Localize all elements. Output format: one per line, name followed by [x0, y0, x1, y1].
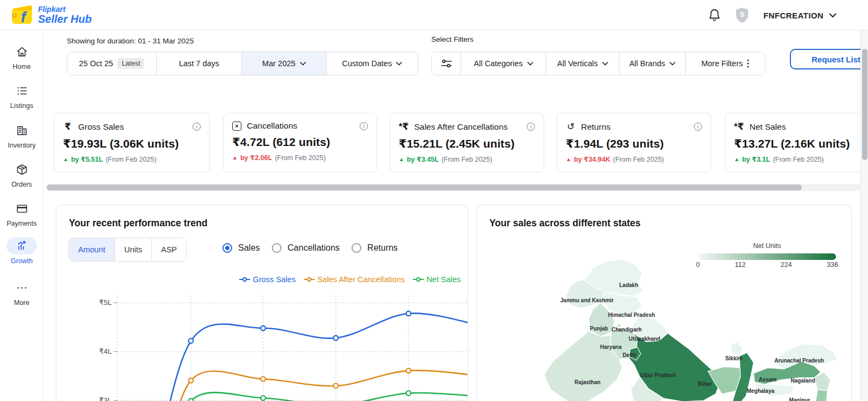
delta-period: (From Feb 2025)	[613, 156, 664, 163]
state-label: Haryana	[600, 344, 622, 350]
legend-net-sales[interactable]: Net Sales	[413, 275, 461, 284]
sidebar-item-home[interactable]: Home	[0, 46, 43, 71]
delta-amount: by ₹3.45L	[407, 155, 439, 163]
filter-all-verticals[interactable]: All Verticals	[546, 52, 620, 75]
date-option-month[interactable]: Mar 2025	[242, 52, 327, 75]
radio-cancellations[interactable]: Cancellations	[272, 243, 340, 253]
cancel-box-icon: ×	[232, 122, 241, 131]
card-value: ₹4.72L (612 units)	[232, 136, 368, 149]
brand-flipkart: Flipkart	[38, 5, 66, 14]
tab-units[interactable]: Units	[115, 238, 152, 261]
trend-panel-title: Your recent performance trend	[69, 218, 207, 229]
line-marker-icon	[239, 277, 250, 282]
delta-amount: by ₹34.94K	[574, 155, 610, 163]
info-icon[interactable]: i	[193, 123, 201, 131]
filter-all-brands[interactable]: All Brands	[620, 52, 686, 75]
sidebar-label-more: More	[0, 299, 43, 307]
state-label: Nagaland	[790, 378, 815, 384]
account-shield-badge[interactable]: S	[735, 7, 749, 23]
delta-up-triangle-icon: ▲	[566, 156, 571, 162]
trend-legend: Gross Sales Sales After Cancellations Ne…	[56, 275, 461, 284]
page-vertical-scrollbar-thumb[interactable]	[862, 49, 867, 160]
delta-amount: by ₹2.06L	[240, 154, 272, 162]
sidebar-item-payments[interactable]: Payments	[0, 202, 43, 227]
legend-label: Sales After Cancellations	[317, 275, 405, 284]
growth-chart-icon	[16, 240, 28, 252]
chevron-down-icon	[602, 62, 608, 66]
state-label: Uttarakhand	[629, 336, 660, 342]
cards-horizontal-scrollbar-thumb[interactable]	[47, 184, 802, 190]
tab-amount[interactable]: Amount	[69, 238, 115, 261]
state-sikkim	[731, 342, 743, 356]
card-delta: ▲ by ₹3.1L (From Feb 2025)	[734, 155, 868, 163]
info-icon[interactable]: i	[527, 123, 535, 131]
info-icon[interactable]: i	[694, 123, 702, 131]
filter-more-filters[interactable]: More Filters	[686, 52, 765, 75]
shield-initial: S	[740, 10, 745, 18]
metric-card-sales-after-cancellations: *₹ Sales After Cancellations i ₹15.21L (…	[390, 113, 544, 173]
state-label: Assam	[759, 377, 777, 383]
flipkart-seller-hub-logo[interactable]: f Flipkart Seller Hub	[10, 3, 92, 26]
account-menu[interactable]: FNFCREATION	[763, 11, 837, 20]
page-vertical-scrollbar-track[interactable]	[860, 30, 868, 401]
date-option-latest[interactable]: 25 Oct 25 Latest	[67, 52, 157, 75]
card-delta: ▲ by ₹2.06L (From Feb 2025)	[232, 154, 368, 162]
delta-period: (From Feb 2025)	[106, 156, 157, 163]
legend-gross-sales[interactable]: Gross Sales	[239, 275, 296, 284]
delta-period: (From Feb 2025)	[275, 154, 326, 162]
card-value: ₹1.94L (293 units)	[566, 137, 702, 150]
filters-bar: All Categories All Verticals All Brands …	[431, 52, 765, 75]
radio-returns[interactable]: Returns	[352, 243, 398, 253]
chevron-down-icon	[669, 62, 675, 66]
state-rajasthan	[544, 331, 622, 401]
account-name: FNFCREATION	[763, 11, 824, 20]
rupee-icon: ₹	[63, 121, 73, 132]
state-label: Arunachal Pradesh	[774, 358, 824, 364]
line-marker-icon	[304, 277, 315, 282]
radio-dot	[272, 243, 282, 253]
card-title: Gross Sales	[78, 122, 124, 132]
state-label: Jammu and Kashmir	[560, 297, 614, 303]
notifications-bell-icon[interactable]	[708, 8, 721, 22]
request-list-button[interactable]: Request List	[790, 49, 868, 69]
sidebar-item-more[interactable]: More	[0, 282, 43, 307]
delta-period: (From Feb 2025)	[442, 156, 493, 163]
trend-series-radios: Sales Cancellations Returns	[222, 243, 398, 253]
sidebar-label-home: Home	[0, 63, 43, 71]
legend-sales-after-cancellations[interactable]: Sales After Cancellations	[304, 275, 405, 284]
legend-label: Gross Sales	[253, 275, 296, 284]
delta-up-triangle-icon: ▲	[63, 156, 68, 162]
sidebar-item-orders[interactable]: Orders	[0, 163, 43, 188]
card-value: ₹13.27L (2.16K units)	[734, 137, 868, 150]
custom-dates-label: Custom Dates	[342, 59, 392, 68]
delta-up-triangle-icon: ▲	[232, 155, 238, 161]
trend-metric-tabs: Amount Units ASP	[68, 238, 187, 262]
sidebar-label-inventory: Inventory	[0, 142, 43, 149]
sidebar-label-listings: Listings	[0, 102, 43, 110]
delta-amount: by ₹3.1L	[742, 155, 770, 163]
state-label: Ladakh	[619, 282, 638, 288]
radio-sales[interactable]: Sales	[222, 243, 260, 253]
state-label: Chandigarh	[611, 327, 642, 333]
filter-sliders-icon[interactable]	[432, 52, 461, 75]
sidebar-item-listings[interactable]: Listings	[0, 85, 43, 110]
tab-asp[interactable]: ASP	[152, 238, 186, 261]
select-filters-label: Select Filters	[431, 35, 474, 43]
cards-horizontal-scrollbar-track[interactable]	[46, 184, 868, 191]
filter-all-categories[interactable]: All Categories	[461, 52, 546, 75]
date-option-custom[interactable]: Custom Dates	[327, 52, 418, 75]
sidebar-label-payments: Payments	[0, 220, 43, 227]
chevron-down-icon	[300, 62, 306, 66]
sidebar-label-growth: Growth	[0, 257, 43, 265]
date-option-last7days[interactable]: Last 7 days	[157, 52, 242, 75]
state-label: Punjab	[590, 326, 608, 332]
performance-trend-panel: Your recent performance trend Amount Uni…	[56, 205, 468, 401]
sidebar-label-orders: Orders	[0, 181, 43, 188]
state-label: Manipur	[789, 397, 810, 401]
sidebar-item-inventory[interactable]: Inventory	[0, 124, 43, 149]
india-choropleth-map: Ladakh Jammu and Kashmir Himachal Prades…	[477, 205, 852, 401]
info-icon[interactable]: i	[360, 122, 368, 130]
state-manipur	[815, 390, 827, 401]
sidebar-item-growth[interactable]: Growth	[0, 237, 43, 265]
state-label: Uttar Pradesh	[640, 372, 676, 378]
